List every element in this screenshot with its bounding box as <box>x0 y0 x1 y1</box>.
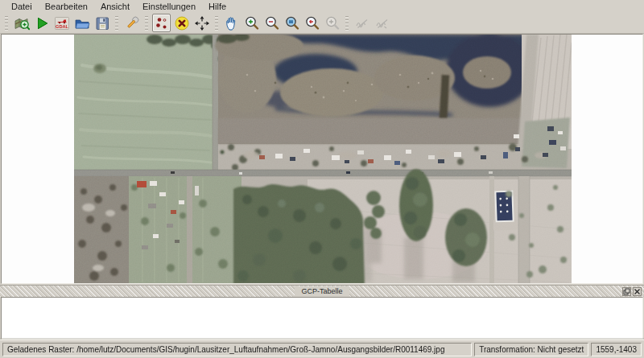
transform-check-button[interactable] <box>373 14 391 32</box>
zoom-in-button[interactable] <box>242 14 261 32</box>
start-button[interactable] <box>32 14 51 32</box>
transform-check-icon <box>374 14 390 32</box>
toolbar-grip[interactable] <box>215 16 218 31</box>
dock-float-button[interactable] <box>622 287 631 296</box>
open-raster-map-icon <box>13 14 30 32</box>
save-button[interactable] <box>93 14 111 32</box>
menu-bearbeiten[interactable]: Bearbeiten <box>39 1 94 12</box>
toolbar-grip[interactable] <box>145 16 148 31</box>
open-folder-icon <box>73 14 90 32</box>
gcp-dock-title: GCP-Tabelle <box>295 286 349 297</box>
delete-gcp-icon <box>173 14 190 32</box>
gdal-icon: GDAL <box>53 14 70 32</box>
transformation-status: Transformation: Nicht gesetzt <box>474 343 588 356</box>
zoom-full-button[interactable] <box>323 14 341 32</box>
zoom-out-button[interactable] <box>262 14 281 32</box>
settings-wrench-icon <box>123 14 140 32</box>
aerial-photo[interactable] <box>74 35 572 284</box>
open-folder-button[interactable] <box>72 14 91 32</box>
menu-ansicht[interactable]: Ansicht <box>94 1 136 12</box>
application-window: { "menubar": { "items": [ { "label": "Da… <box>0 0 644 358</box>
gcp-points-icon <box>153 14 170 32</box>
menu-einstellungen[interactable]: Einstellungen <box>136 1 202 12</box>
transform-draw-button[interactable] <box>353 14 371 32</box>
move-icon <box>193 14 210 32</box>
zoom-previous-button[interactable] <box>303 14 321 32</box>
float-icon <box>623 288 630 295</box>
toolbar: GDAL <box>0 13 644 34</box>
dock-close-button[interactable] <box>633 287 642 296</box>
save-icon <box>93 14 110 32</box>
toolbar-grip[interactable] <box>5 16 8 31</box>
toolbar-grip[interactable] <box>115 16 118 31</box>
transform-draw-icon <box>353 14 370 32</box>
menu-datei[interactable]: Datei <box>5 1 39 12</box>
zoom-full-icon <box>324 14 341 32</box>
zoom-in-icon <box>243 14 260 32</box>
statusbar: Geladenes Raster: /home/lutz/Documents/G… <box>0 339 644 358</box>
open-raster-button[interactable] <box>12 14 31 32</box>
move-button[interactable] <box>192 14 211 32</box>
gcp-tool-button[interactable] <box>152 14 171 32</box>
loaded-raster-text: Geladenes Raster: /home/lutz/Documents/G… <box>7 345 444 354</box>
coordinates-text: 1559,-1403 <box>596 345 637 354</box>
menu-hilfe[interactable]: Hilfe <box>202 1 233 12</box>
svg-text:GDAL: GDAL <box>56 23 68 28</box>
gdal-button[interactable]: GDAL <box>52 14 71 32</box>
delete-gcp-button[interactable] <box>172 14 191 32</box>
gcp-dock-titlebar[interactable]: GCP-Tabelle <box>0 285 644 297</box>
zoom-region-icon <box>283 14 300 32</box>
settings-button[interactable] <box>122 14 141 32</box>
zoom-previous-icon <box>303 14 320 32</box>
pan-button[interactable] <box>222 14 241 32</box>
cursor-coordinates: 1559,-1403 <box>591 343 642 356</box>
start-play-icon <box>33 14 50 32</box>
image-viewport[interactable] <box>1 34 643 284</box>
pan-hand-icon <box>223 14 240 32</box>
toolbar-grip[interactable] <box>345 16 349 31</box>
loaded-raster-status: Geladenes Raster: /home/lutz/Documents/G… <box>2 343 472 356</box>
close-icon <box>634 288 641 295</box>
gcp-table-area <box>1 297 643 339</box>
transformation-text: Transformation: Nicht gesetzt <box>479 345 584 354</box>
zoom-out-icon <box>263 14 280 32</box>
zoom-region-button[interactable] <box>283 14 301 32</box>
menubar: Datei Bearbeiten Ansicht Einstellungen H… <box>0 0 644 13</box>
